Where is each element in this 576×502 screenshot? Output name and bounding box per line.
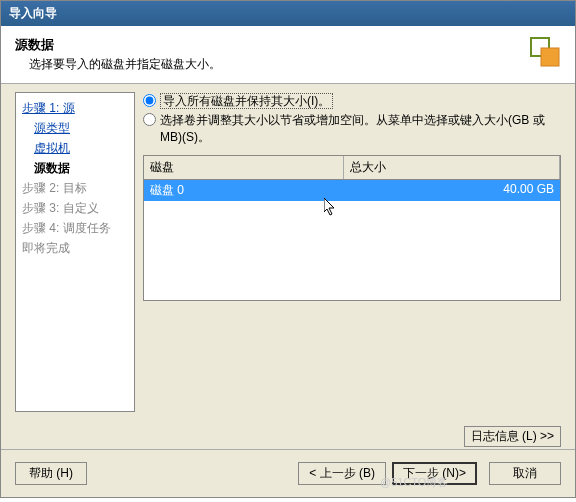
radio-import-all-input[interactable] <box>143 94 156 107</box>
radio-group: 导入所有磁盘并保持其大小(I)。 选择卷并调整其大小以节省或增加空间。从菜单中选… <box>143 92 561 147</box>
log-info-button[interactable]: 日志信息 (L) >> <box>464 426 561 447</box>
help-button[interactable]: 帮助 (H) <box>15 462 87 485</box>
wizard-steps-sidebar: 步骤 1: 源 源类型 虚拟机 源数据 步骤 2: 目标 步骤 3: 自定义 步… <box>15 92 135 412</box>
cursor-icon <box>324 198 338 220</box>
log-row: 日志信息 (L) >> <box>1 420 575 449</box>
separator <box>1 449 575 450</box>
back-button[interactable]: < 上一步 (B) <box>298 462 386 485</box>
cell-disk-size: 40.00 GB <box>344 180 560 201</box>
vmware-icon <box>529 36 561 68</box>
header-section: 源数据 选择要导入的磁盘并指定磁盘大小。 <box>1 26 575 84</box>
radio-import-all[interactable]: 导入所有磁盘并保持其大小(I)。 <box>143 92 561 111</box>
wizard-window: 导入向导 源数据 选择要导入的磁盘并指定磁盘大小。 步骤 1: 源 源类型 虚拟… <box>0 0 576 498</box>
step-source-type[interactable]: 源类型 <box>32 119 130 138</box>
step-2-target: 步骤 2: 目标 <box>20 179 130 198</box>
step-1-source[interactable]: 步骤 1: 源 <box>20 99 130 118</box>
col-size: 总大小 <box>344 156 560 179</box>
table-row[interactable]: 磁盘 0 40.00 GB <box>144 180 560 201</box>
cell-disk-name: 磁盘 0 <box>144 180 344 201</box>
titlebar: 导入向导 <box>1 1 575 26</box>
header-text: 源数据 选择要导入的磁盘并指定磁盘大小。 <box>15 36 221 73</box>
step-4-schedule: 步骤 4: 调度任务 <box>20 219 130 238</box>
radio-select-volumes[interactable]: 选择卷并调整其大小以节省或增加空间。从菜单中选择或键入大小(GB 或 MB)(S… <box>143 111 561 147</box>
step-virtual-machine[interactable]: 虚拟机 <box>32 139 130 158</box>
watermark: @51CTO博客 <box>380 475 448 490</box>
radio-import-all-label: 导入所有磁盘并保持其大小(I)。 <box>160 93 333 110</box>
step-source-data: 源数据 <box>32 159 130 178</box>
page-subtitle: 选择要导入的磁盘并指定磁盘大小。 <box>29 56 221 73</box>
cancel-button[interactable]: 取消 <box>489 462 561 485</box>
radio-select-volumes-label: 选择卷并调整其大小以节省或增加空间。从菜单中选择或键入大小(GB 或 MB)(S… <box>160 112 561 146</box>
step-3-custom: 步骤 3: 自定义 <box>20 199 130 218</box>
radio-select-volumes-input[interactable] <box>143 113 156 126</box>
disk-table-body: 磁盘 0 40.00 GB <box>144 180 560 300</box>
content-area: 步骤 1: 源 源类型 虚拟机 源数据 步骤 2: 目标 步骤 3: 自定义 步… <box>1 84 575 420</box>
step-finish: 即将完成 <box>20 239 130 258</box>
svg-rect-1 <box>541 48 559 66</box>
col-disk: 磁盘 <box>144 156 344 179</box>
main-panel: 导入所有磁盘并保持其大小(I)。 选择卷并调整其大小以节省或增加空间。从菜单中选… <box>143 92 561 412</box>
disk-table: 磁盘 总大小 磁盘 0 40.00 GB <box>143 155 561 301</box>
button-bar: 帮助 (H) < 上一步 (B) 下一步 (N)> 取消 <box>1 456 575 497</box>
page-title: 源数据 <box>15 36 221 54</box>
disk-table-header: 磁盘 总大小 <box>144 156 560 180</box>
instruction-caption: 根据自己所需选择磁盘的大小，此例选择保持其大小，单击[下一步] <box>0 498 576 502</box>
window-title: 导入向导 <box>9 6 57 20</box>
